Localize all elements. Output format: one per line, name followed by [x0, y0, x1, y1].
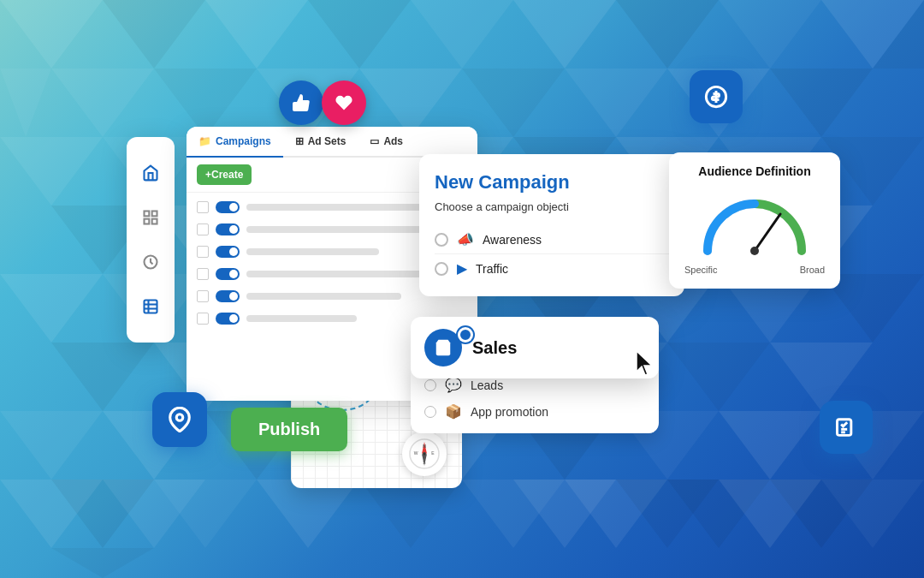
dollar-fab[interactable] [690, 70, 743, 123]
row-checkbox[interactable] [197, 290, 209, 302]
svg-marker-6 [0, 69, 51, 137]
publish-button[interactable]: Publish [231, 408, 347, 451]
row-checkbox[interactable] [197, 246, 209, 258]
row-bar [246, 226, 423, 233]
sales-card[interactable]: Sales [411, 317, 659, 378]
sales-label: Sales [472, 338, 517, 358]
audience-gauge [695, 187, 814, 259]
svg-marker-37 [51, 343, 154, 411]
objective-radio[interactable] [424, 379, 436, 391]
svg-text:W: W [414, 450, 418, 456]
svg-marker-7 [308, 0, 411, 69]
sidebar-icon-table[interactable] [139, 295, 163, 319]
svg-marker-16 [770, 69, 873, 137]
tab-campaigns-label: Campaigns [216, 135, 271, 147]
new-campaign-modal: New Campaign Choose a campaign objecti 📣… [419, 154, 684, 296]
modal-subtitle: Choose a campaign objecti [435, 200, 669, 213]
svg-marker-19 [0, 137, 103, 206]
svg-marker-13 [616, 0, 719, 69]
sales-radio-selected [458, 327, 473, 343]
row-checkbox[interactable] [197, 223, 209, 235]
row-bar [246, 315, 357, 322]
svg-marker-36 [0, 274, 103, 343]
objective-label: Awareness [483, 233, 542, 247]
svg-text:N: N [423, 444, 426, 449]
location-fab[interactable] [152, 392, 207, 447]
audience-definition-card: Audience Definition Specific Broad [669, 152, 840, 289]
gauge-labels: Specific Broad [681, 265, 828, 275]
objective-label: Traffic [476, 262, 508, 276]
list-item[interactable]: 📣 Awareness [435, 225, 669, 254]
ads-icon: ▭ [370, 135, 379, 147]
campaigns-icon: 📁 [198, 135, 211, 147]
app-promotion-icon: 📦 [445, 403, 462, 420]
svg-marker-2 [51, 69, 154, 137]
objective-list: 📣 Awareness ▶ Traffic [435, 225, 669, 283]
row-checkbox[interactable] [197, 201, 209, 213]
row-bar [246, 271, 445, 277]
objective-radio[interactable] [435, 233, 448, 247]
sidebar-icon-gauge[interactable] [139, 250, 163, 274]
svg-marker-15 [719, 0, 821, 69]
list-item[interactable]: ▶ Traffic [435, 254, 669, 283]
row-toggle[interactable] [216, 290, 240, 302]
svg-marker-67 [719, 411, 821, 480]
traffic-icon: ▶ [457, 260, 467, 277]
app-promotion-label: App promotion [471, 405, 548, 419]
modal-title: New Campaign [435, 171, 669, 194]
row-checkbox[interactable] [197, 313, 209, 325]
row-bar [246, 248, 379, 255]
svg-line-87 [755, 214, 780, 251]
tab-campaigns[interactable]: 📁 Campaigns [187, 127, 283, 158]
row-toggle[interactable] [216, 201, 240, 213]
svg-rect-78 [152, 212, 157, 217]
create-button[interactable]: +Create [197, 164, 252, 185]
tab-adsets[interactable]: ⊞ Ad Sets [283, 127, 358, 158]
row-checkbox[interactable] [197, 268, 209, 280]
awareness-icon: 📣 [457, 231, 474, 247]
audience-title: Audience Definition [681, 164, 828, 178]
row-bar [246, 293, 401, 300]
checklist-fab[interactable] [820, 401, 873, 454]
tab-adsets-label: Ad Sets [308, 135, 346, 147]
svg-marker-11 [513, 0, 616, 69]
tab-ads[interactable]: ▭ Ads [358, 127, 415, 158]
compass-icon: N S W E [402, 432, 447, 476]
svg-marker-0 [0, 0, 103, 69]
svg-point-98 [176, 414, 183, 421]
row-toggle[interactable] [216, 313, 240, 325]
svg-marker-9 [411, 0, 513, 69]
sidebar-icon-home[interactable] [139, 161, 163, 185]
tab-ads-label: Ads [383, 135, 403, 147]
row-toggle[interactable] [216, 223, 240, 235]
svg-marker-1 [103, 0, 205, 69]
broad-label: Broad [800, 265, 825, 275]
leads-label: Leads [471, 378, 503, 392]
row-toggle[interactable] [216, 268, 240, 280]
like-button[interactable] [279, 80, 323, 125]
svg-rect-80 [152, 219, 157, 224]
sidebar-icon-grid[interactable] [139, 206, 163, 229]
svg-point-88 [750, 247, 759, 255]
svg-rect-79 [145, 219, 150, 224]
svg-marker-58 [257, 480, 359, 548]
svg-marker-12 [565, 69, 667, 137]
heart-button[interactable] [322, 80, 366, 125]
specific-label: Specific [684, 265, 718, 275]
cursor-arrow [633, 349, 657, 384]
objective-radio[interactable] [435, 262, 448, 276]
svg-marker-60 [359, 480, 462, 548]
objective-radio[interactable] [424, 406, 436, 418]
svg-rect-77 [145, 212, 150, 217]
sidebar-panel [127, 137, 175, 343]
row-toggle[interactable] [216, 246, 240, 258]
svg-marker-49 [667, 343, 770, 411]
svg-point-92 [423, 452, 426, 456]
svg-marker-53 [0, 411, 103, 480]
sales-icon [424, 329, 462, 366]
list-item[interactable]: 📦 App promotion [424, 398, 645, 425]
adsets-icon: ⊞ [295, 135, 304, 147]
panel-tabs: 📁 Campaigns ⊞ Ad Sets ▭ Ads [187, 127, 477, 158]
svg-marker-71 [51, 548, 154, 578]
svg-marker-10 [462, 69, 565, 137]
